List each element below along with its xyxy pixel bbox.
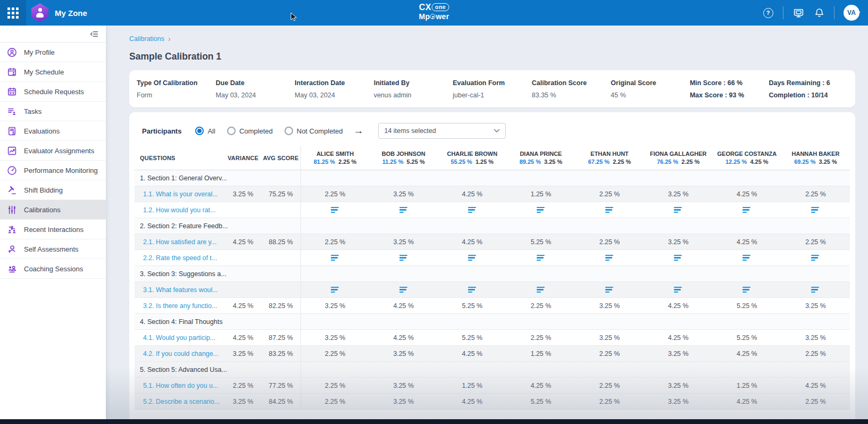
text-response-icon[interactable] [742, 207, 751, 213]
text-response-cell[interactable] [506, 202, 575, 218]
breadcrumb-calibrations-link[interactable]: Calibrations [129, 35, 164, 43]
text-response-cell[interactable] [369, 282, 438, 297]
summary-field-value: juber-cal-1 [453, 92, 532, 99]
question-link[interactable]: 4.2. If you could change... [135, 346, 225, 361]
text-response-cell[interactable] [644, 282, 713, 297]
avg-score-value: 82.25 % [261, 298, 301, 313]
text-response-icon[interactable] [331, 255, 339, 261]
text-response-cell[interactable] [575, 250, 644, 265]
sidebar-item-self-assessments[interactable]: Self Assessments [0, 239, 106, 259]
text-response-cell[interactable] [301, 282, 369, 297]
participant-header-ethan-hunt[interactable]: ETHAN HUNT67.25 %2.25 % [575, 146, 644, 170]
text-response-icon[interactable] [399, 287, 408, 293]
sidebar: My ProfileMy ScheduleSchedule RequestsTa… [0, 26, 106, 419]
text-response-icon[interactable] [674, 287, 682, 293]
notifications-bell-icon[interactable] [813, 7, 825, 19]
text-response-icon[interactable] [674, 207, 682, 213]
sidebar-item-my-profile[interactable]: My Profile [0, 43, 106, 62]
sidebar-item-schedule-requests[interactable]: Schedule Requests [0, 82, 106, 102]
coaching-sessions-icon [7, 264, 17, 274]
text-response-icon[interactable] [742, 287, 751, 293]
sidebar-item-shift-bidding[interactable]: Shift Bidding [0, 180, 106, 200]
participant-header-hannah-baker[interactable]: HANNAH BAKER69.25 %3.25 % [781, 146, 850, 170]
sidebar-collapse-icon[interactable] [89, 29, 99, 39]
text-response-cell[interactable] [781, 282, 850, 297]
help-icon[interactable]: ? [762, 7, 774, 19]
text-response-icon[interactable] [605, 207, 614, 213]
question-link[interactable]: 1.1. What is your overal... [135, 186, 225, 202]
radio-not-completed[interactable]: Not Completed [285, 127, 343, 135]
question-link[interactable]: 2.1. How satisfied are y... [135, 234, 225, 250]
participant-variance: 1.25 % [475, 159, 494, 165]
text-response-cell[interactable] [369, 202, 438, 218]
text-response-icon[interactable] [331, 207, 339, 213]
text-response-icon[interactable] [331, 287, 339, 293]
score-cell: 2.25 % [781, 394, 850, 409]
text-response-cell[interactable] [781, 250, 850, 265]
score-cell: 2.25 % [301, 234, 369, 250]
text-response-cell[interactable] [781, 202, 850, 218]
text-response-cell[interactable] [438, 202, 506, 218]
participant-header-fiona-gallagher[interactable]: FIONA GALLAGHER76.25 %2.25 % [644, 146, 713, 170]
text-response-cell[interactable] [301, 202, 369, 218]
text-response-icon[interactable] [537, 207, 545, 213]
summary-line1: Days Remaining : 6 [769, 79, 848, 87]
text-response-cell[interactable] [644, 250, 713, 265]
text-response-cell[interactable] [575, 202, 644, 218]
text-response-cell[interactable] [713, 282, 781, 297]
question-link[interactable]: 3.1. What features woul... [135, 282, 225, 297]
text-response-icon[interactable] [811, 255, 820, 261]
text-response-cell[interactable] [506, 282, 575, 297]
text-response-cell[interactable] [506, 250, 575, 265]
participant-header-charlie-brown[interactable]: CHARLIE BROWN55.25 %1.25 % [438, 146, 506, 170]
sidebar-item-coaching-sessions[interactable]: Coaching Sessions [0, 259, 106, 279]
text-response-cell[interactable] [438, 282, 506, 297]
question-link[interactable]: 5.1. How often do you u... [135, 378, 225, 393]
question-link[interactable]: 5.2. Describe a scenario... [135, 394, 225, 409]
question-link[interactable]: 2.2. Rate the speed of t... [135, 250, 225, 265]
sidebar-item-tasks[interactable]: Tasks [0, 102, 106, 121]
text-response-icon[interactable] [399, 255, 408, 261]
sidebar-item-recent-interactions[interactable]: Recent Interactions [0, 220, 106, 239]
app-launcher-grid-icon[interactable] [0, 0, 26, 26]
participants-multiselect[interactable]: 14 items selected [378, 123, 506, 139]
text-response-cell[interactable] [713, 250, 781, 265]
top-header: My Zone CXone Mpwer ? [0, 0, 868, 26]
text-response-cell[interactable] [644, 202, 713, 218]
text-response-icon[interactable] [742, 255, 751, 261]
radio-all[interactable]: All [195, 127, 215, 135]
text-response-icon[interactable] [468, 255, 477, 261]
participant-variance: 2.25 % [613, 159, 631, 165]
question-link[interactable]: 4.1. Would you particip... [135, 330, 225, 345]
text-response-icon[interactable] [674, 255, 682, 261]
question-link[interactable]: 1.2. How would you rat... [135, 202, 225, 218]
sidebar-item-performance-monitoring[interactable]: Performance Monitoring [0, 161, 106, 180]
text-response-icon[interactable] [811, 287, 820, 293]
text-response-icon[interactable] [399, 207, 408, 213]
participant-header-diana-prince[interactable]: DIANA PRINCE89.25 %3.25 % [506, 146, 575, 170]
text-response-icon[interactable] [468, 207, 477, 213]
sidebar-item-my-schedule[interactable]: My Schedule [0, 62, 106, 82]
text-response-icon[interactable] [537, 287, 545, 293]
sidebar-item-calibrations[interactable]: Calibrations [0, 200, 106, 220]
text-response-icon[interactable] [468, 287, 477, 293]
participant-header-bob-johnson[interactable]: BOB JOHNSON11.25 %5.25 % [369, 146, 438, 170]
text-response-icon[interactable] [537, 255, 545, 261]
question-link[interactable]: 3.2. Is there any functio... [135, 298, 225, 313]
text-response-icon[interactable] [605, 287, 614, 293]
text-response-cell[interactable] [575, 282, 644, 297]
text-response-cell[interactable] [369, 250, 438, 265]
text-response-cell[interactable] [713, 202, 781, 218]
text-response-icon[interactable] [811, 207, 820, 213]
screen-share-icon[interactable] [792, 7, 804, 19]
sidebar-item-evaluations[interactable]: Evaluations [0, 121, 106, 141]
text-response-icon[interactable] [605, 255, 614, 261]
text-response-cell[interactable] [438, 250, 506, 265]
summary-field-value: venus admin [374, 92, 453, 99]
sidebar-item-evaluator-assignments[interactable]: Evaluator Assignments [0, 141, 106, 161]
radio-completed[interactable]: Completed [227, 127, 273, 135]
participant-header-alice-smith[interactable]: ALICE SMITH81.25 %2.25 % [301, 146, 369, 170]
participant-score: 67.25 % [588, 159, 610, 165]
text-response-cell[interactable] [301, 250, 369, 265]
participant-header-george-costanza[interactable]: GEORGE COSTANZA12.25 %4.25 % [713, 146, 781, 170]
